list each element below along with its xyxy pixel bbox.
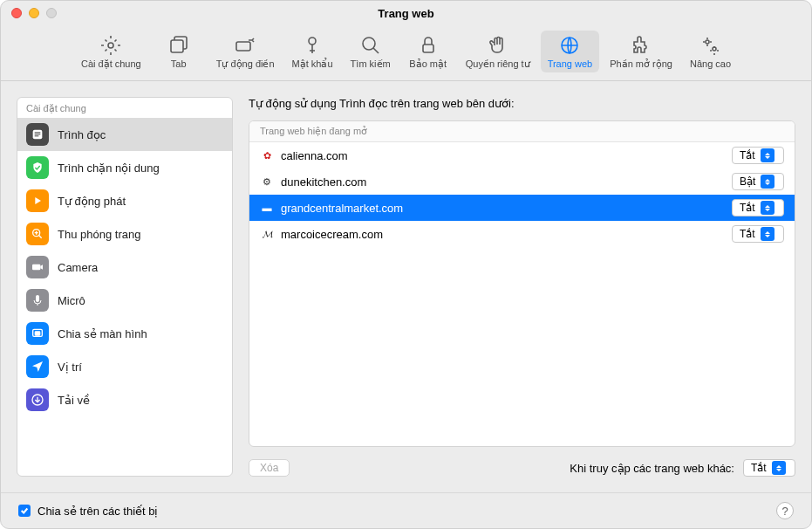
chevron-updown-icon [761,227,774,241]
search-icon [359,34,382,57]
minimize-window-button[interactable] [29,8,39,18]
site-name: dunekitchen.com [281,175,725,189]
toolbar-label: Quyền riêng tư [466,58,530,70]
footer: Chia sẻ trên các thiết bị ? [1,492,811,528]
sidebar-item-label: Trình chặn nội dung [58,161,160,175]
sidebar-item-camera[interactable]: Camera [17,251,232,284]
sidebar-list: Trình đọcTrình chặn nội dungTự động phát… [17,118,232,476]
site-value-dropdown[interactable]: Tắt [732,199,784,216]
toolbar-websites[interactable]: Trang web [541,31,600,72]
svg-rect-17 [35,332,39,335]
sidebar-item-download[interactable]: Tải về [17,383,232,416]
chevron-updown-icon [772,461,786,475]
chevron-updown-icon [761,201,774,215]
site-name: marcoicecream.com [281,228,725,241]
dropdown-value: Tắt [740,202,755,214]
sidebar-item-label: Camera [58,261,98,274]
sidebar-item-play[interactable]: Tự động phát [17,184,232,217]
toolbar-label: Tìm kiếm [351,58,391,70]
titlebar: Trang web [1,1,811,25]
site-group-header: Trang web hiện đang mở [249,121,795,142]
site-name: grandcentralmarket.com [281,202,725,215]
toolbar-label: Tab [171,58,187,69]
download-icon [26,388,49,411]
lock-icon [417,34,440,57]
autofill-icon [234,34,256,57]
dropdown-value: Tắt [740,228,755,240]
shield-icon [26,156,49,179]
toolbar-label: Nâng cao [690,58,731,69]
other-sites-label: Khi truy cập các trang web khác: [570,462,734,475]
toolbar-tabs[interactable]: Tab [152,31,206,72]
sidebar-item-reader[interactable]: Trình đọc [17,118,232,151]
preferences-toolbar: Cài đặt chung Tab Tự động điền Mật khẩu … [1,25,811,81]
zoom-icon [26,223,49,245]
svg-rect-12 [35,135,39,136]
sidebar-item-shield[interactable]: Trình chặn nội dung [17,151,232,184]
svg-point-7 [706,40,709,44]
zoom-window-button[interactable] [46,8,57,18]
key-icon [301,34,324,57]
site-value-dropdown[interactable]: Tắt [732,147,784,164]
sidebar-item-label: Chia sẻ màn hình [58,327,147,340]
sidebar-item-label: Tải về [58,394,90,407]
main-title: Tự động sử dụng Trình đọc trên trang web… [249,97,795,110]
svg-rect-14 [32,264,40,271]
toolbar-search[interactable]: Tìm kiếm [344,31,398,73]
toolbar-label: Cài đặt chung [81,58,141,70]
svg-rect-15 [36,295,39,302]
help-button[interactable]: ? [776,502,794,519]
window-title: Trang web [378,7,433,20]
svg-rect-10 [35,132,41,133]
delete-button[interactable]: Xóa [249,459,290,477]
sidebar-item-label: Vị trí [58,361,82,374]
sidebar-item-label: Trình đọc [58,128,106,141]
sidebar-item-screen[interactable]: Chia sẻ màn hình [17,317,232,350]
toolbar-passwords[interactable]: Mật khẩu [285,31,340,73]
toolbar-label: Tự động điền [216,58,275,70]
toolbar-autofill[interactable]: Tự động điền [209,31,282,73]
site-row[interactable]: ▬ grandcentralmarket.com Tắt [249,195,795,221]
site-row[interactable]: ✿ calienna.com Tắt [249,142,795,168]
toolbar-advanced[interactable]: Nâng cao [683,31,738,72]
settings-sidebar: Cài đặt chung Trình đọcTrình chặn nội du… [17,97,233,477]
toolbar-label: Trang web [548,58,593,69]
location-icon [26,355,49,378]
toolbar-general[interactable]: Cài đặt chung [74,31,148,73]
tabs-icon [167,34,190,57]
svg-rect-5 [423,45,433,52]
hand-icon [487,34,509,57]
puzzle-icon [630,34,652,57]
toolbar-label: Mật khẩu [292,58,333,70]
site-value-dropdown[interactable]: Bật [732,173,784,190]
site-row[interactable]: 𝓜 marcoicecream.com Tắt [249,221,795,247]
site-name: calienna.com [281,149,725,162]
toolbar-extensions[interactable]: Phần mở rộng [603,31,679,73]
chevron-updown-icon [761,148,774,162]
toolbar-privacy[interactable]: Quyền riêng tư [459,31,537,73]
sidebar-header: Cài đặt chung [17,98,232,118]
favicon-icon: ✿ [260,148,274,162]
screen-icon [26,322,49,345]
svg-rect-11 [35,134,41,134]
sidebar-item-location[interactable]: Vị trí [17,350,232,383]
site-list-box: Trang web hiện đang mở ✿ calienna.com Tắ… [249,120,795,447]
svg-point-4 [363,38,375,50]
favicon-icon: ▬ [260,201,274,215]
site-value-dropdown[interactable]: Tắt [732,225,784,243]
toolbar-label: Bảo mật [409,58,447,70]
other-sites-dropdown[interactable]: Tắt [743,459,795,477]
main-panel: Tự động sử dụng Trình đọc trên trang web… [249,97,795,477]
sidebar-item-label: Thu phóng trang [58,228,140,241]
share-checkbox[interactable] [18,505,31,517]
toolbar-label: Phần mở rộng [610,58,672,70]
toolbar-security[interactable]: Bảo mật [401,31,455,73]
sidebar-item-zoom[interactable]: Thu phóng trang [17,217,232,251]
play-icon [26,189,49,212]
window-controls [11,8,57,18]
dropdown-value: Tắt [740,149,755,161]
site-row[interactable]: ⚙ dunekitchen.com Bật [249,168,795,195]
sidebar-item-mic[interactable]: Micrô [17,284,232,317]
dropdown-value: Tắt [751,462,767,474]
close-window-button[interactable] [11,8,22,18]
